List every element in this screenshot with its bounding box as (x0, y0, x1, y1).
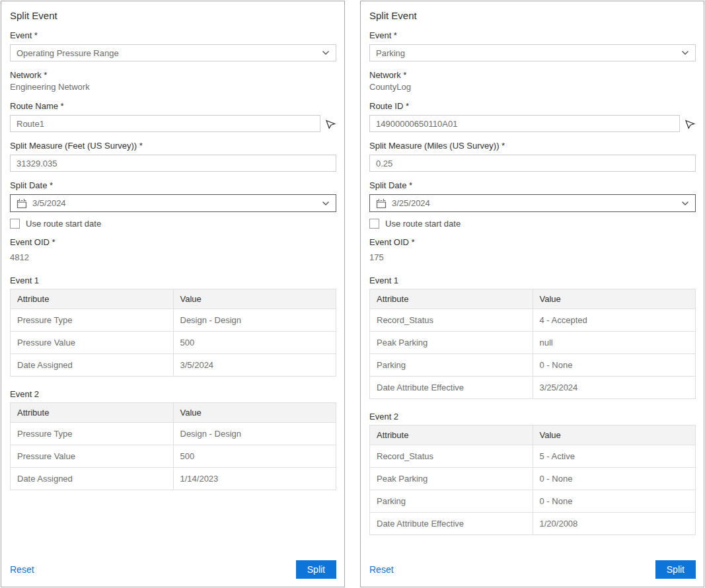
route-label: Route ID * (369, 101, 696, 111)
use-route-start-date-checkbox[interactable] (10, 219, 20, 229)
value-cell: 0 - None (533, 490, 696, 513)
split-measure-label: Split Measure (Miles (US Survey)) * (369, 141, 696, 151)
table-row: Pressure Type Design - Design (11, 423, 336, 445)
chevron-down-icon (322, 201, 330, 206)
network-label: Network * (369, 70, 696, 80)
split-event-panel-right: Split Event Event * Parking Network * Co… (360, 1, 704, 587)
attribute-cell: Peak Parking (370, 468, 533, 490)
route-input[interactable] (369, 115, 680, 132)
event-oid-label: Event OID * (369, 237, 696, 247)
split-measure-input[interactable] (369, 155, 696, 172)
attribute-cell: Date Attribute Effective (370, 377, 533, 399)
event2-heading: Event 2 (369, 412, 696, 422)
attribute-cell: Pressure Type (11, 423, 174, 445)
attribute-cell: Pressure Value (11, 445, 174, 468)
attribute-cell: Parking (370, 354, 533, 377)
column-header-value: Value (533, 425, 696, 445)
value-cell: 1/14/2023 (173, 468, 336, 490)
calendar-icon (376, 198, 387, 209)
chevron-down-icon (681, 201, 689, 206)
split-date-label: Split Date * (369, 180, 696, 190)
attribute-cell: Peak Parking (370, 332, 533, 354)
attribute-cell: Date Assigned (11, 354, 174, 377)
event-select-value: Parking (376, 48, 405, 58)
value-cell: 500 (173, 332, 336, 354)
event-oid-value: 175 (369, 252, 696, 263)
network-value: CountyLog (369, 82, 696, 92)
reset-button[interactable]: Reset (369, 564, 394, 575)
value-cell: 3/5/2024 (173, 354, 336, 377)
value-cell: 4 - Accepted (533, 309, 696, 332)
table-row: Date Attribute Effective 1/20/2008 (370, 513, 696, 535)
event1-table: Attribute Value Record_Status 4 - Accept… (369, 289, 696, 399)
split-measure-input[interactable] (10, 155, 336, 172)
checkbox-label: Use route start date (385, 219, 461, 229)
column-header-attribute: Attribute (11, 289, 174, 309)
attribute-cell: Pressure Type (11, 309, 174, 332)
table-row: Parking 0 - None (370, 354, 696, 377)
event2-table: Attribute Value Pressure Type Design - D… (10, 402, 336, 490)
table-row: Peak Parking 0 - None (370, 468, 696, 490)
split-date-value: 3/5/2024 (32, 198, 322, 208)
column-header-value: Value (173, 289, 336, 309)
chevron-down-icon (681, 50, 689, 55)
route-label: Route Name * (10, 101, 336, 111)
page-title: Split Event (10, 10, 336, 22)
column-header-value: Value (533, 289, 696, 309)
event-select-value: Operating Pressure Range (17, 48, 119, 58)
event-oid-value: 4812 (10, 252, 336, 263)
column-header-attribute: Attribute (370, 289, 533, 309)
attribute-cell: Parking (370, 490, 533, 513)
value-cell: 0 - None (533, 354, 696, 377)
split-button[interactable]: Split (296, 560, 336, 579)
event1-heading: Event 1 (369, 276, 696, 285)
pick-route-arrow-icon[interactable] (685, 118, 696, 129)
network-value: Engineering Network (10, 82, 336, 92)
event-select[interactable]: Operating Pressure Range (10, 44, 336, 61)
split-measure-label: Split Measure (Feet (US Survey)) * (10, 141, 336, 151)
route-input[interactable] (10, 115, 320, 132)
value-cell: 500 (173, 445, 336, 468)
table-row: Pressure Value 500 (11, 332, 336, 354)
event-oid-label: Event OID * (10, 237, 336, 247)
event-select[interactable]: Parking (369, 44, 696, 61)
value-cell: 0 - None (533, 468, 696, 490)
reset-button[interactable]: Reset (10, 564, 34, 575)
page-title: Split Event (369, 10, 696, 22)
table-row: Date Attribute Effective 3/25/2024 (370, 377, 696, 399)
column-header-value: Value (173, 403, 336, 423)
table-row: Peak Parking null (370, 332, 696, 354)
chevron-down-icon (322, 50, 330, 55)
attribute-cell: Record_Status (370, 309, 533, 332)
use-route-start-date-row: Use route start date (369, 219, 696, 229)
attribute-cell: Pressure Value (11, 332, 174, 354)
value-cell: 3/25/2024 (533, 377, 696, 399)
table-row: Date Assigned 1/14/2023 (11, 468, 336, 490)
network-label: Network * (10, 70, 336, 80)
attribute-cell: Date Attribute Effective (370, 513, 533, 535)
use-route-start-date-row: Use route start date (10, 219, 336, 229)
table-row: Record_Status 5 - Active (370, 445, 696, 468)
table-row: Parking 0 - None (370, 490, 696, 513)
value-cell: null (533, 332, 696, 354)
calendar-icon (17, 198, 27, 209)
event1-table: Attribute Value Pressure Type Design - D… (10, 289, 336, 377)
event1-heading: Event 1 (10, 276, 336, 285)
split-date-picker[interactable]: 3/5/2024 (10, 194, 336, 212)
table-row: Date Assigned 3/5/2024 (11, 354, 336, 377)
event-label: Event * (10, 30, 336, 40)
pick-route-arrow-icon[interactable] (325, 118, 336, 129)
table-row: Pressure Type Design - Design (11, 309, 336, 332)
value-cell: Design - Design (173, 309, 336, 332)
split-date-picker[interactable]: 3/25/2024 (369, 194, 696, 212)
value-cell: Design - Design (173, 423, 336, 445)
split-event-panel-left: Split Event Event * Operating Pressure R… (1, 1, 345, 587)
split-date-value: 3/25/2024 (392, 198, 681, 208)
value-cell: 1/20/2008 (533, 513, 696, 535)
event2-heading: Event 2 (10, 389, 336, 399)
use-route-start-date-checkbox[interactable] (369, 219, 379, 229)
event-label: Event * (369, 30, 696, 40)
checkbox-label: Use route start date (26, 219, 101, 229)
split-button[interactable]: Split (655, 560, 696, 579)
column-header-attribute: Attribute (11, 403, 174, 423)
